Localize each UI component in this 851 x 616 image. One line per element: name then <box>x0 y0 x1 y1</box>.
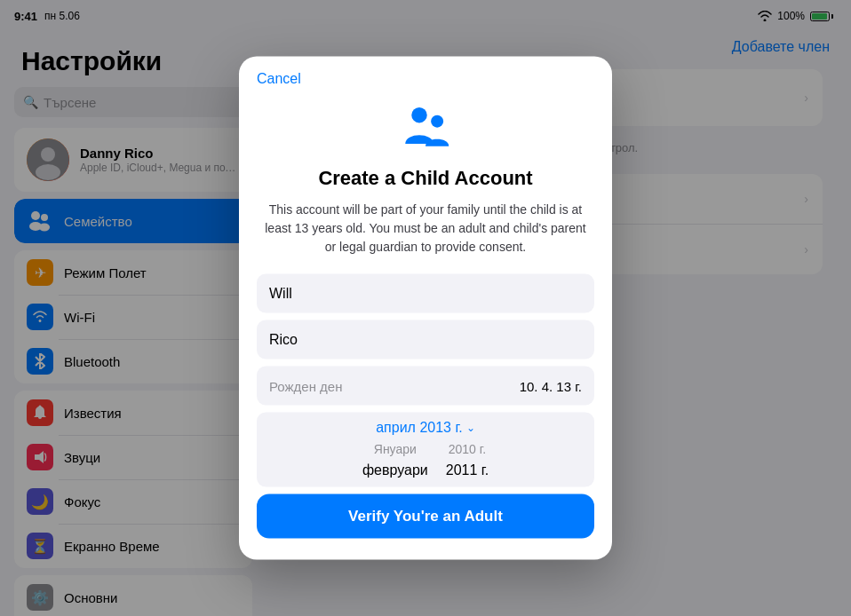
modal-icon-area <box>239 87 612 167</box>
wheel-month-feb: февруари <box>362 460 428 479</box>
create-child-account-modal: Cancel Create a Child Account This accou… <box>239 57 612 560</box>
year-wheel-col: 2010 г. 2011 г. <box>446 441 489 480</box>
wheel-year-2011: 2011 г. <box>446 460 489 479</box>
svg-point-15 <box>411 107 427 123</box>
selected-month-text: април 2013 г. <box>376 420 463 436</box>
verify-adult-button[interactable]: Verify You're an Adult <box>257 494 594 538</box>
month-wheel: Януари февруари 2010 г. 2011 г. <box>362 441 489 480</box>
month-picker[interactable]: април 2013 г. ⌄ Януари февруари 2010 г. … <box>257 413 594 487</box>
wheel-year-2010: 2010 г. <box>449 441 486 459</box>
month-wheel-col: Януари февруари <box>362 441 428 480</box>
last-name-field[interactable]: Rico <box>257 320 594 359</box>
svg-point-16 <box>431 115 443 128</box>
picker-chevron-icon: ⌄ <box>466 422 475 434</box>
month-selected[interactable]: април 2013 г. ⌄ <box>376 420 475 436</box>
birthday-label: Рожден ден <box>269 378 520 393</box>
modal-cancel-button[interactable]: Cancel <box>239 57 319 87</box>
first-name-value: Will <box>269 286 292 302</box>
modal-description: This account will be part of your family… <box>239 201 612 274</box>
first-name-field[interactable]: Will <box>257 274 594 313</box>
wheel-month-jan: Януари <box>374 441 417 459</box>
modal-title: Create a Child Account <box>239 167 612 201</box>
last-name-value: Rico <box>269 332 298 348</box>
birthday-field[interactable]: Рожден ден 10. 4. 13 г. <box>257 367 594 406</box>
family-icon-large <box>394 98 457 160</box>
birthday-value: 10. 4. 13 г. <box>520 378 582 393</box>
